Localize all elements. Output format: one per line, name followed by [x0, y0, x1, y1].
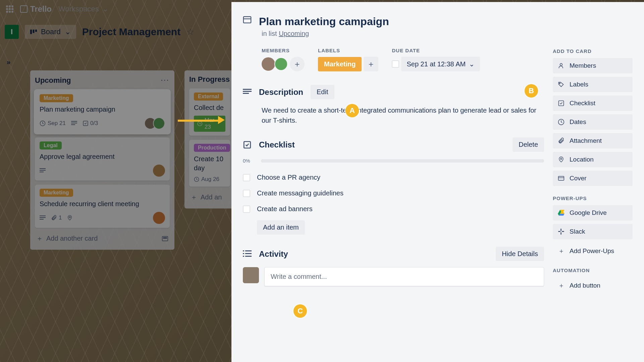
description-icon: [243, 88, 252, 97]
description-heading: Description: [259, 87, 303, 97]
svg-point-31: [560, 63, 562, 66]
svg-point-35: [560, 158, 562, 160]
checklist-heading: Checklist: [259, 140, 295, 149]
labels-heading: LABELS: [318, 48, 378, 53]
checklist-section: Checklist Delete 0% Choose a PR agency C…: [243, 137, 544, 235]
plus-icon: ＋: [557, 247, 565, 255]
add-powerup-button[interactable]: ＋Add Power-Ups: [553, 243, 633, 259]
cover-icon: [557, 176, 565, 181]
slack-icon: [557, 229, 565, 235]
list-link[interactable]: Upcoming: [279, 30, 309, 37]
sidebar-attachment-button[interactable]: Attachment: [553, 133, 633, 148]
attachment-icon: [557, 137, 565, 144]
card-icon: [243, 15, 252, 24]
checklist-item[interactable]: Create messaging guidelines: [243, 185, 544, 201]
current-user-avatar: [243, 267, 259, 283]
svg-rect-21: [243, 89, 252, 90]
due-date-heading: DUE DATE: [392, 48, 480, 53]
clock-icon: [557, 119, 565, 125]
card-list-info: in list Upcoming: [262, 30, 633, 38]
edit-description-button[interactable]: Edit: [311, 85, 334, 99]
sidebar-labels-button[interactable]: Labels: [553, 77, 633, 92]
checklist-checkbox[interactable]: [243, 174, 250, 181]
activity-section: Activity Hide Details Write a comment...: [243, 247, 544, 286]
svg-rect-41: [560, 232, 561, 235]
checklist-item[interactable]: Choose a PR agency: [243, 170, 544, 185]
sidebar-members-button[interactable]: Members: [553, 58, 633, 73]
comment-input[interactable]: Write a comment...: [264, 267, 544, 286]
add-automation-button[interactable]: ＋Add button: [553, 277, 633, 294]
card-sidebar: ADD TO CARD Members Labels Checklist Dat…: [553, 48, 633, 298]
sidebar-location-button[interactable]: Location: [553, 152, 633, 167]
add-label-button[interactable]: ＋: [364, 57, 378, 71]
svg-rect-27: [243, 253, 244, 254]
svg-rect-26: [245, 250, 252, 251]
checklist-checkbox[interactable]: [243, 190, 250, 197]
annotation-b: B: [525, 84, 538, 98]
tag-icon: [557, 81, 565, 88]
checklist-progress-bar: [261, 159, 544, 163]
annotation-c: C: [293, 304, 307, 318]
checklist-icon: [557, 100, 565, 107]
svg-point-32: [559, 83, 560, 84]
chevron-down-icon: ⌄: [469, 60, 475, 68]
svg-rect-22: [243, 91, 252, 92]
description-section: Description Edit We need to create a sho…: [243, 85, 544, 125]
due-complete-checkbox[interactable]: [392, 60, 399, 68]
activity-icon: [243, 250, 252, 258]
annotation-a: A: [345, 104, 359, 117]
add-to-card-heading: ADD TO CARD: [553, 48, 633, 54]
svg-rect-36: [558, 176, 564, 180]
svg-rect-39: [562, 231, 564, 232]
svg-rect-28: [245, 253, 252, 254]
user-icon: [557, 62, 565, 69]
due-date-block: DUE DATE Sep 21 at 12:38 AM⌄: [392, 48, 480, 71]
checklist-percent: 0%: [243, 158, 256, 164]
sidebar-checklist-button[interactable]: Checklist: [553, 96, 633, 111]
hide-details-button[interactable]: Hide Details: [496, 247, 544, 261]
description-text[interactable]: We need to create a short-term integrate…: [262, 105, 544, 125]
member-avatar[interactable]: [274, 57, 288, 71]
plus-icon: ＋: [557, 281, 565, 290]
svg-rect-29: [243, 256, 244, 257]
label-chip[interactable]: Marketing: [318, 57, 362, 71]
location-icon: [557, 156, 565, 163]
add-member-button[interactable]: ＋: [290, 57, 305, 71]
powerup-gdrive-button[interactable]: Google Drive: [553, 205, 633, 221]
svg-rect-40: [560, 229, 561, 231]
activity-heading: Activity: [259, 249, 288, 259]
svg-rect-23: [243, 93, 249, 94]
checklist-item[interactable]: Create ad banners: [243, 201, 544, 217]
card-detail-modal: Plan marketing campaign in list Upcoming…: [231, 2, 644, 362]
annotation-arrow: [178, 118, 225, 122]
sidebar-dates-button[interactable]: Dates: [553, 114, 633, 130]
members-heading: MEMBERS: [262, 48, 305, 53]
due-date-button[interactable]: Sep 21 at 12:38 AM⌄: [401, 57, 480, 71]
checklist-icon: [243, 140, 252, 149]
plus-icon: ＋: [367, 59, 375, 69]
powerup-slack-button[interactable]: Slack: [553, 224, 633, 239]
checklist-checkbox[interactable]: [243, 205, 250, 213]
svg-rect-19: [244, 17, 251, 23]
plus-icon: ＋: [293, 59, 301, 69]
member-avatar[interactable]: [262, 57, 275, 71]
svg-rect-38: [558, 231, 560, 232]
card-title[interactable]: Plan marketing campaign: [259, 15, 389, 28]
sidebar-cover-button[interactable]: Cover: [553, 171, 633, 186]
delete-checklist-button[interactable]: Delete: [513, 137, 544, 152]
labels-block: LABELS Marketing ＋: [318, 48, 378, 71]
powerups-heading: POWER-UPS: [553, 195, 633, 201]
gdrive-icon: [557, 210, 565, 216]
members-block: MEMBERS ＋: [262, 48, 305, 71]
svg-rect-33: [559, 101, 564, 106]
svg-rect-30: [245, 256, 252, 257]
automation-heading: AUTOMATION: [553, 267, 633, 273]
add-checklist-item-button[interactable]: Add an item: [257, 220, 305, 235]
svg-rect-25: [243, 250, 244, 251]
